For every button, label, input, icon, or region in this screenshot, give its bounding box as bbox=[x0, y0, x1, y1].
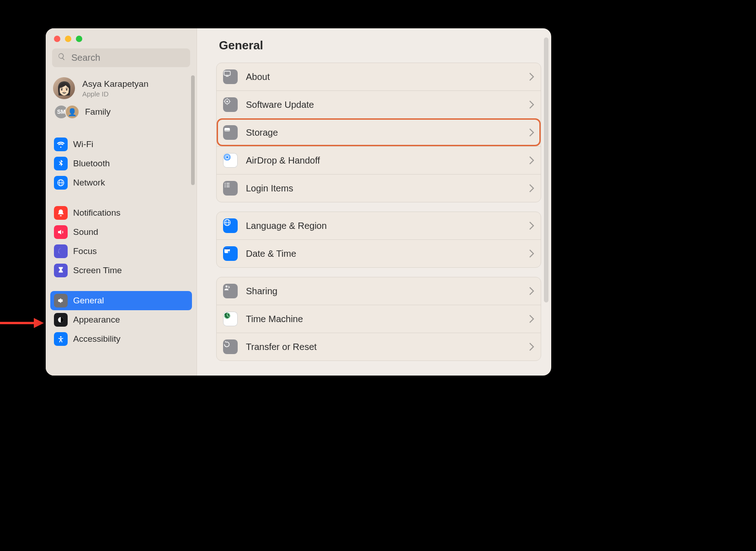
airdrop-icon bbox=[223, 153, 238, 168]
account-name: Asya Karapetyan bbox=[82, 79, 149, 89]
row-login-items[interactable]: Login Items bbox=[217, 174, 541, 202]
row-airdrop-handoff[interactable]: AirDrop & Handoff bbox=[217, 146, 541, 174]
sidebar-item-label: Appearance bbox=[73, 315, 120, 325]
moon-icon bbox=[54, 244, 68, 258]
svg-point-20 bbox=[224, 183, 225, 184]
row-about[interactable]: About bbox=[217, 63, 541, 90]
accessibility-icon bbox=[54, 332, 68, 346]
sidebar-item-label: General bbox=[73, 296, 104, 306]
calendar-icon bbox=[223, 246, 238, 261]
svg-point-6 bbox=[60, 336, 61, 338]
row-storage[interactable]: Storage bbox=[217, 118, 541, 146]
sidebar-scrollbar[interactable] bbox=[191, 75, 195, 185]
sidebar-item-network[interactable]: Network bbox=[50, 173, 192, 192]
list-icon bbox=[223, 181, 238, 196]
sidebar-item-label: Notifications bbox=[73, 208, 121, 218]
sidebar-item-wifi[interactable]: Wi-Fi bbox=[50, 135, 192, 154]
row-label: Time Machine bbox=[246, 314, 521, 324]
row-date-time[interactable]: Date & Time bbox=[217, 239, 541, 267]
bell-icon bbox=[54, 206, 68, 220]
hourglass-icon bbox=[54, 264, 68, 277]
sidebar-group-system: General Appearance Accessibility bbox=[46, 289, 197, 350]
panel-locale: Language & Region Date & Time bbox=[216, 212, 541, 268]
page-title: General bbox=[197, 28, 551, 63]
chevron-right-icon bbox=[529, 184, 534, 193]
row-label: Login Items bbox=[246, 183, 521, 194]
svg-rect-25 bbox=[227, 186, 230, 187]
sidebar-item-appearance[interactable]: Appearance bbox=[50, 310, 192, 329]
apple-id-row[interactable]: 👩🏻 Asya Karapetyan Apple ID bbox=[46, 71, 197, 102]
sidebar-item-sound[interactable]: Sound bbox=[50, 223, 192, 242]
svg-point-10 bbox=[226, 101, 228, 102]
gear-icon bbox=[54, 294, 68, 307]
row-label: Date & Time bbox=[246, 249, 521, 259]
row-label: Transfer or Reset bbox=[246, 342, 521, 352]
window-controls bbox=[46, 28, 197, 42]
sidebar-group-network: Wi-Fi Bluetooth Network bbox=[46, 133, 197, 194]
sidebar-item-accessibility[interactable]: Accessibility bbox=[50, 329, 192, 349]
svg-rect-7 bbox=[224, 71, 230, 75]
chevron-right-icon bbox=[529, 128, 534, 137]
speaker-icon bbox=[54, 225, 68, 239]
row-time-machine[interactable]: Time Machine bbox=[217, 305, 541, 333]
close-button[interactable] bbox=[54, 36, 60, 42]
family-avatars: SM 👤 bbox=[54, 105, 80, 119]
family-photo: 👤 bbox=[65, 105, 80, 119]
minimize-button[interactable] bbox=[65, 36, 71, 42]
svg-point-32 bbox=[225, 286, 228, 288]
row-software-update[interactable]: Software Update bbox=[217, 90, 541, 118]
row-transfer-reset[interactable]: Transfer or Reset bbox=[217, 333, 541, 360]
sidebar-item-label: Bluetooth bbox=[73, 159, 110, 169]
sidebar-item-label: Screen Time bbox=[73, 265, 122, 276]
row-label: Sharing bbox=[246, 286, 521, 297]
row-label: Software Update bbox=[246, 100, 521, 110]
svg-rect-16 bbox=[224, 130, 230, 132]
sidebar-item-notifications[interactable]: Notifications bbox=[50, 203, 192, 223]
system-settings-window: 👩🏻 Asya Karapetyan Apple ID SM 👤 Family bbox=[46, 28, 551, 376]
panel-general-main: About Software Update Storage bbox=[216, 63, 541, 202]
svg-point-21 bbox=[224, 185, 225, 185]
chevron-right-icon bbox=[529, 342, 534, 351]
wifi-icon bbox=[54, 138, 68, 151]
appearance-icon bbox=[54, 313, 68, 327]
account-subtitle: Apple ID bbox=[82, 90, 149, 98]
globe-icon bbox=[54, 176, 68, 190]
sidebar-item-screentime[interactable]: Screen Time bbox=[50, 261, 192, 280]
row-language-region[interactable]: Language & Region bbox=[217, 212, 541, 239]
display-icon bbox=[223, 69, 238, 84]
svg-point-22 bbox=[224, 186, 225, 187]
row-label: About bbox=[246, 72, 521, 82]
timemachine-icon bbox=[223, 312, 238, 326]
sidebar-group-alerts: Notifications Sound Focus bbox=[46, 201, 197, 282]
search-icon bbox=[58, 53, 66, 63]
zoom-button[interactable] bbox=[76, 36, 82, 42]
sidebar: 👩🏻 Asya Karapetyan Apple ID SM 👤 Family bbox=[46, 28, 197, 376]
family-label: Family bbox=[85, 107, 111, 117]
family-row[interactable]: SM 👤 Family bbox=[46, 102, 197, 126]
row-sharing[interactable]: Sharing bbox=[217, 277, 541, 305]
bluetooth-icon bbox=[54, 157, 68, 170]
chevron-right-icon bbox=[529, 314, 534, 323]
search-input[interactable] bbox=[70, 52, 185, 64]
search-field[interactable] bbox=[52, 48, 190, 67]
sidebar-item-general[interactable]: General bbox=[50, 291, 192, 310]
undo-icon bbox=[223, 339, 238, 354]
annotation-arrow bbox=[0, 316, 44, 330]
row-label: Storage bbox=[246, 127, 521, 138]
sidebar-item-label: Wi-Fi bbox=[73, 139, 93, 149]
user-avatar: 👩🏻 bbox=[53, 77, 75, 99]
sidebar-item-label: Accessibility bbox=[73, 334, 120, 344]
sidebar-item-focus[interactable]: Focus bbox=[50, 242, 192, 261]
chevron-right-icon bbox=[529, 221, 534, 230]
gear-badge-icon bbox=[223, 97, 238, 112]
content-pane: General About Software Update bbox=[197, 28, 551, 376]
globe-icon bbox=[223, 218, 238, 233]
svg-rect-24 bbox=[227, 185, 230, 185]
row-label: Language & Region bbox=[246, 221, 521, 231]
sidebar-item-bluetooth[interactable]: Bluetooth bbox=[50, 154, 192, 173]
svg-point-17 bbox=[226, 156, 229, 159]
sidebar-item-label: Network bbox=[73, 178, 105, 188]
chevron-right-icon bbox=[529, 286, 534, 296]
sidebar-item-label: Sound bbox=[73, 227, 98, 237]
panel-system-advanced: Sharing Time Machine Transfer or Reset bbox=[216, 277, 541, 361]
